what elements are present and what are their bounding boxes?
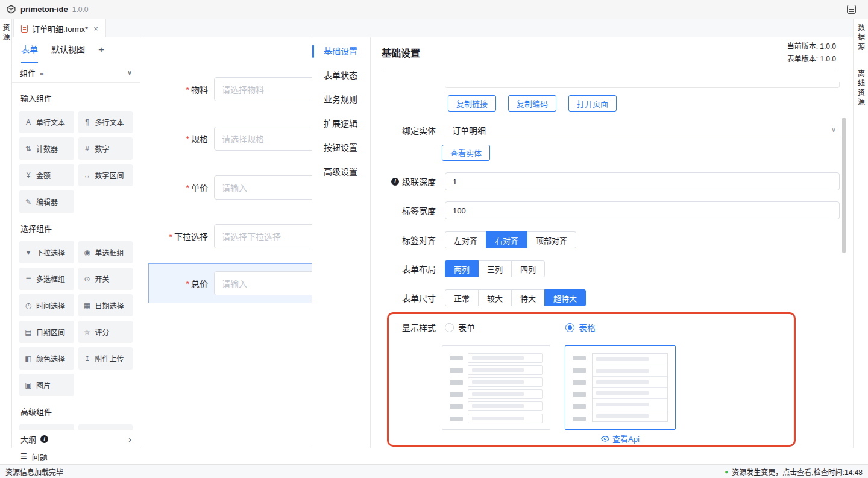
component-label: 下拉选择 bbox=[36, 247, 65, 257]
size-large-option[interactable]: 较大 bbox=[478, 289, 512, 306]
component-item-single-text[interactable]: A单行文本 bbox=[19, 111, 74, 133]
settings-title: 基础设置 bbox=[382, 45, 420, 60]
component-item-file-upload[interactable]: ↥附件上传 bbox=[78, 347, 133, 370]
align-right-option[interactable]: 右对齐 bbox=[486, 231, 527, 248]
preview-card-form[interactable] bbox=[442, 345, 550, 430]
nav-advanced-settings[interactable]: 高级设置 bbox=[312, 163, 370, 180]
required-mark: * bbox=[186, 279, 189, 289]
bind-entity-select[interactable]: 订单明细 ∨ bbox=[445, 121, 840, 139]
chevron-down-icon: ∨ bbox=[831, 126, 836, 134]
component-item-rating[interactable]: ☆评分 bbox=[78, 321, 133, 343]
component-item-counter[interactable]: ⇅计数器 bbox=[19, 137, 74, 160]
material-select[interactable]: 请选择物料 bbox=[214, 77, 312, 101]
radio-checked-icon bbox=[565, 323, 574, 332]
components-header[interactable]: 组件 ≡ ∨ bbox=[12, 63, 140, 83]
scrollbar-thumb[interactable] bbox=[842, 118, 846, 253]
cascade-info-icon[interactable]: i bbox=[391, 178, 399, 186]
dropdown-select[interactable]: 请选择下拉选择 bbox=[214, 224, 312, 248]
two-column-option[interactable]: 两列 bbox=[445, 260, 479, 277]
four-column-option[interactable]: 四列 bbox=[511, 260, 545, 277]
component-item-color-picker[interactable]: ◧颜色选择 bbox=[19, 347, 74, 370]
nav-button-settings[interactable]: 按钮设置 bbox=[312, 139, 370, 156]
outline-label: 大纲 bbox=[20, 433, 36, 445]
nav-business-rules[interactable]: 业务规则 bbox=[312, 91, 370, 108]
preview-card-table[interactable] bbox=[565, 345, 676, 430]
tab-default-view[interactable]: 默认视图 bbox=[51, 37, 85, 63]
component-item-editor[interactable]: ✎编辑器 bbox=[19, 190, 74, 213]
required-mark: * bbox=[186, 183, 189, 193]
component-label: 时间选择 bbox=[36, 300, 65, 310]
copy-link-button[interactable]: 复制链接 bbox=[448, 95, 496, 112]
section-input-components: 输入组件 bbox=[20, 92, 131, 104]
tab-form[interactable]: 表单 bbox=[21, 37, 38, 63]
outline-toggle[interactable]: 大纲 i › bbox=[12, 430, 140, 448]
component-label: 数字 bbox=[95, 143, 110, 154]
component-item-time-picker[interactable]: ◷时间选择 bbox=[19, 294, 74, 316]
size-xxlarge-option[interactable]: 超特大 bbox=[544, 289, 586, 306]
problems-bar[interactable]: ☰ 问题 bbox=[0, 448, 868, 464]
offline-resources-strip-label[interactable]: 离线资源 bbox=[856, 69, 866, 108]
bind-entity-row: 绑定实体 订单明细 ∨ bbox=[371, 121, 840, 139]
component-item-multi-text[interactable]: ¶多行文本 bbox=[78, 111, 133, 133]
align-left-option[interactable]: 左对齐 bbox=[445, 231, 486, 248]
component-item-date-picker[interactable]: ▦日期选择 bbox=[78, 294, 133, 316]
display-form-radio[interactable]: 表单 bbox=[445, 321, 475, 333]
component-item-amount[interactable]: ¥金额 bbox=[19, 164, 74, 186]
size-normal-option[interactable]: 正常 bbox=[445, 289, 479, 306]
cascade-depth-input[interactable] bbox=[445, 172, 840, 190]
component-item-image[interactable]: ▣图片 bbox=[19, 374, 74, 396]
field-label: *总价 bbox=[149, 277, 208, 289]
copy-code-button[interactable]: 复制编码 bbox=[508, 95, 556, 112]
component-item[interactable] bbox=[78, 424, 133, 430]
placeholder: 请选择下拉选择 bbox=[222, 230, 281, 242]
datasource-strip-label[interactable]: 数据源 bbox=[856, 24, 866, 52]
component-item[interactable] bbox=[19, 424, 74, 430]
component-item-radio-group[interactable]: ◉单选框组 bbox=[78, 241, 133, 263]
component-item-checkbox-group[interactable]: ≣多选框组 bbox=[19, 268, 74, 290]
required-mark: * bbox=[186, 134, 189, 144]
field-spec[interactable]: *规格 请选择规格 bbox=[140, 127, 312, 151]
view-api-link[interactable]: 查看Api bbox=[565, 433, 676, 444]
form-canvas[interactable]: *物料 请选择物料 *规格 请选择规格 *单价 请输入 *下拉选择 请选择下拉选… bbox=[140, 37, 312, 448]
unit-price-input[interactable]: 请输入 bbox=[214, 175, 312, 200]
problems-list-icon: ☰ bbox=[20, 452, 27, 461]
window-layout-icon[interactable] bbox=[847, 5, 856, 14]
status-green-dot-icon: ● bbox=[725, 468, 728, 475]
field-unit-price[interactable]: *单价 请输入 bbox=[140, 175, 312, 200]
status-right[interactable]: ● 资源发生变更，点击查看,检查时间:14:48 bbox=[725, 467, 863, 477]
field-material[interactable]: *物料 请选择物料 bbox=[140, 77, 312, 101]
component-label: 日期区间 bbox=[36, 327, 65, 337]
file-tab[interactable]: 订单明细.formx* × bbox=[13, 19, 106, 37]
display-table-radio[interactable]: 表格 bbox=[565, 321, 596, 333]
spec-select[interactable]: 请选择规格 bbox=[214, 127, 312, 151]
current-version: 当前版本: 1.0.0 bbox=[787, 40, 836, 53]
component-label: 评分 bbox=[95, 327, 110, 337]
view-entity-button[interactable]: 查看实体 bbox=[442, 145, 490, 161]
tab-close-icon[interactable]: × bbox=[93, 24, 98, 33]
upload-icon: ↥ bbox=[83, 354, 92, 363]
image-icon: ▣ bbox=[24, 381, 33, 389]
field-label: *下拉选择 bbox=[140, 230, 208, 242]
nav-basic-settings[interactable]: 基础设置 bbox=[312, 43, 370, 60]
component-item-switch[interactable]: ⊙开关 bbox=[78, 268, 133, 290]
component-item-date-range[interactable]: ▤日期区间 bbox=[19, 321, 74, 343]
selected-field-total-price[interactable]: *总价 请输入 bbox=[148, 263, 312, 303]
open-page-button[interactable]: 打开页面 bbox=[568, 95, 617, 112]
settings-nav: 基础设置 表单状态 业务规则 扩展逻辑 按钮设置 高级设置 bbox=[312, 37, 371, 448]
app-logo-icon bbox=[6, 4, 17, 15]
align-top-option[interactable]: 顶部对齐 bbox=[527, 231, 576, 248]
component-item-number[interactable]: #数字 bbox=[78, 137, 133, 160]
label-width-input[interactable] bbox=[445, 201, 840, 219]
field-dropdown[interactable]: *下拉选择 请选择下拉选择 bbox=[140, 224, 312, 248]
resources-strip-label[interactable]: 资源 bbox=[1, 24, 11, 43]
nav-form-status[interactable]: 表单状态 bbox=[312, 67, 370, 84]
chevron-down-icon[interactable]: ∨ bbox=[127, 69, 132, 77]
field-total-price[interactable]: *总价 请输入 bbox=[149, 271, 312, 295]
add-view-button[interactable]: + bbox=[98, 44, 104, 56]
size-xlarge-option[interactable]: 特大 bbox=[511, 289, 545, 306]
total-price-input[interactable]: 请输入 bbox=[214, 271, 312, 295]
three-column-option[interactable]: 三列 bbox=[478, 260, 512, 277]
component-item-number-range[interactable]: ↔数字区间 bbox=[78, 164, 133, 186]
nav-extend-logic[interactable]: 扩展逻辑 bbox=[312, 115, 370, 132]
component-item-dropdown[interactable]: ▾下拉选择 bbox=[19, 241, 74, 263]
